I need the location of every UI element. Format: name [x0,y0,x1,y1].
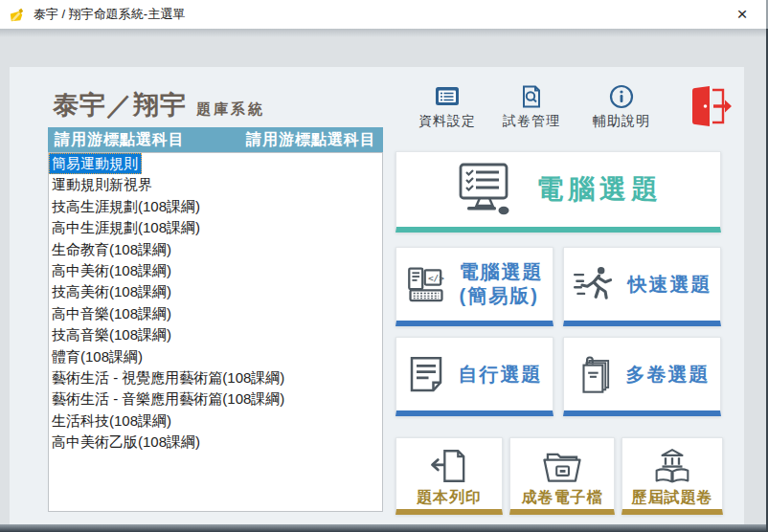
past-exams-label: 歷屆試題卷 [632,488,713,508]
svg-text:</>: </> [427,273,443,283]
open-folder-icon [541,448,583,484]
list-item[interactable]: 高中美術乙版(108課綱) [49,432,382,453]
export-page-icon [429,448,469,484]
paper-stack-icon [575,354,613,394]
multi-paper-button[interactable]: 多卷選題 [563,337,721,416]
print-book-label: 題本列印 [417,488,482,508]
data-settings-label: 資料設定 [409,113,486,130]
exam-management-label: 試卷管理 [493,113,570,130]
archive-book-icon [652,448,692,484]
help-label: 輔助說明 [583,113,660,130]
runner-icon [573,265,615,303]
list-item[interactable]: 運動規則新視界 [49,174,382,195]
list-item[interactable]: 生活科技(108課綱) [49,410,382,432]
app-window: 泰宇 / 翔宇命題系統-主選單 × 泰宇／翔宇 題庫系統 [0,0,768,532]
exam-file-button[interactable]: 成卷電子檔 [509,437,615,515]
doc-code-keyboard-icon: </> [406,266,446,302]
list-item[interactable]: 藝術生活 - 視覺應用藝術篇(108課綱) [49,367,382,388]
close-button[interactable]: × [732,5,753,26]
self-select-button[interactable]: 自行選題 [395,337,553,416]
brand-suffix: 題庫系統 [196,100,265,119]
list-item[interactable]: 體育(108課綱) [49,346,382,367]
app-logo-icon [8,6,26,24]
monitor-checklist-icon [454,162,515,217]
data-settings-button[interactable]: 資料設定 [409,84,486,130]
help-icon [609,84,634,109]
exit-button[interactable] [685,84,738,134]
exam-management-icon [519,84,544,109]
list-item[interactable]: 高中音樂(108課綱) [49,303,382,324]
window-frame: 泰宇／翔宇 題庫系統 資料設定 [0,29,768,532]
computer-select-button[interactable]: 電腦選題 [395,151,721,233]
quick-select-label: 快速選題 [628,273,712,297]
list-item[interactable]: 簡易運動規則 [49,153,142,174]
toolbar: 資料設定 試卷管理 [409,84,744,140]
list-item[interactable]: 生命教育(108課綱) [49,239,382,260]
list-item[interactable]: 技高音樂(108課綱) [49,324,382,345]
document-icon [407,355,445,393]
brand: 泰宇／翔宇 題庫系統 [53,88,265,122]
window-bottom-edge [0,524,766,532]
subject-listbox[interactable]: 簡易運動規則 運動規則新視界 技高生涯規劃(108課綱) 高中生涯規劃(108課… [48,152,383,512]
list-item[interactable]: 技高生涯規劃(108課綱) [49,196,382,217]
list-item[interactable]: 藝術生活 - 音樂應用藝術篇(108課綱) [49,388,382,410]
list-item[interactable]: 高中生涯規劃(108課綱) [49,217,382,238]
multi-paper-label: 多卷選題 [626,363,711,387]
exam-file-label: 成卷電子檔 [522,488,603,508]
subject-list-header-right: 請用游標點選科目 [246,130,376,150]
computer-select-easy-label: 電腦選題(簡易版) [460,260,544,308]
computer-select-label: 電腦選題 [536,171,663,208]
exit-door-icon [685,84,733,130]
titlebar: 泰宇 / 翔宇命題系統-主選單 × [0,0,768,29]
window-title: 泰宇 / 翔宇命題系統-主選單 [34,6,185,23]
list-item[interactable]: 高中美術(108課綱) [49,260,382,281]
computer-select-easy-button[interactable]: </> 電腦選題(簡易版) [395,247,553,326]
help-button[interactable]: 輔助說明 [583,84,660,130]
quick-select-button[interactable]: 快速選題 [563,247,721,326]
brand-name: 泰宇／翔宇 [53,88,187,122]
print-book-button[interactable]: 題本列印 [395,437,503,515]
exam-management-button[interactable]: 試卷管理 [493,84,570,130]
data-settings-icon [434,84,461,109]
past-exams-button[interactable]: 歷屆試題卷 [621,437,723,515]
self-select-label: 自行選題 [459,363,543,387]
subject-list-header: 請用游標點選科目 請用游標點選科目 [48,127,383,152]
main-content: 泰宇／翔宇 題庫系統 資料設定 [10,67,744,532]
subject-list-header-left: 請用游標點選科目 [55,130,185,150]
list-item[interactable]: 技高美術(108課綱) [49,281,382,302]
